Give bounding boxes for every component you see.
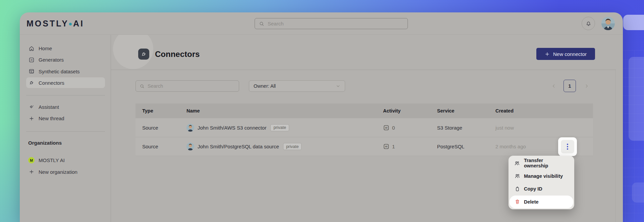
sparkle-icon: [28, 104, 35, 110]
org-badge-icon: M: [28, 157, 35, 163]
visibility-badge: private: [283, 143, 302, 150]
logo-word-1: MOSTLY: [26, 19, 69, 28]
background-window-fragment: [623, 15, 644, 30]
owner-avatar: [186, 124, 194, 132]
chevron-left-icon: [551, 83, 556, 89]
next-page-button[interactable]: [582, 82, 591, 90]
global-search[interactable]: [255, 18, 408, 29]
chevron-right-icon: [584, 83, 589, 89]
activity-count: 1: [392, 144, 395, 149]
chevron-down-icon: [336, 84, 340, 88]
users-icon: [514, 173, 520, 179]
sidebar-item-generators[interactable]: AI Generators: [26, 55, 105, 65]
row-service: S3 Storage: [430, 125, 489, 131]
table-search[interactable]: [136, 80, 239, 92]
owner-filter-dropdown[interactable]: Owner: All: [249, 80, 345, 92]
svg-text:AI: AI: [385, 145, 387, 148]
row-name-cell: John Smith/AWS S3 connector private: [186, 124, 376, 132]
app-window: MOSTLY AI: [20, 12, 623, 222]
row-activity: AI 1: [376, 143, 430, 150]
column-header-service: Service: [430, 108, 489, 114]
column-header-name: Name: [186, 108, 376, 114]
table-row[interactable]: Source John Smith/AWS S3 connector priva…: [136, 118, 593, 137]
logo-dot-icon: [69, 23, 72, 25]
trash-icon: [514, 199, 520, 205]
page-title: Connectors: [155, 49, 200, 60]
connectors-table: Type Name Activity Service Created Sourc…: [136, 103, 593, 156]
sidebar-item-org-mostly-ai[interactable]: M MOSTLY AI: [26, 155, 105, 166]
search-icon: [259, 21, 264, 26]
menu-item-label: Transfer ownership: [524, 158, 569, 168]
notifications-button[interactable]: [582, 17, 595, 30]
divider: [111, 70, 616, 70]
sidebar-item-label: New organization: [39, 169, 77, 175]
sidebar-item-home[interactable]: Home: [26, 43, 105, 54]
menu-item-label: Manage visibility: [524, 173, 563, 179]
sidebar-item-label: New thread: [39, 116, 64, 121]
organizations-heading: Organizations: [28, 137, 62, 148]
current-page-button[interactable]: 1: [564, 80, 576, 92]
sidebar-item-label: Home: [39, 46, 52, 51]
menu-item-transfer-ownership[interactable]: Transfer ownership: [509, 157, 573, 170]
column-header-type: Type: [136, 108, 186, 114]
connector-name: John Smith/AWS S3 connector: [198, 125, 266, 131]
screen: MOSTLY AI: [0, 0, 644, 222]
users-icon: [514, 160, 520, 166]
sidebar-item-connectors[interactable]: Connectors: [26, 77, 105, 88]
new-connector-button-label: New connector: [553, 51, 587, 57]
generators-icon: AI: [383, 143, 389, 150]
connectors-page-icon: [138, 49, 149, 60]
sidebar-item-label: Generators: [39, 57, 64, 63]
row-created: just now: [489, 125, 593, 131]
sidebar-item-label: Assistant: [39, 104, 59, 110]
clipboard-icon: [514, 186, 520, 192]
sidebar-item-assistant[interactable]: Assistant: [26, 102, 105, 113]
owner-avatar: [186, 143, 194, 150]
plus-icon: [28, 116, 35, 122]
activity-count: 0: [392, 125, 395, 131]
table-search-input[interactable]: [148, 83, 235, 89]
content-gutter-line: [615, 70, 616, 222]
row-created: 2 months ago: [489, 144, 593, 149]
main-content: Connectors New connector Owner: All: [111, 35, 623, 222]
svg-text:AI: AI: [385, 127, 387, 129]
background-window-fragment: [629, 57, 644, 141]
plus-icon: [545, 52, 550, 57]
row-actions-button[interactable]: [558, 137, 577, 156]
background-window-fragment: [632, 182, 644, 203]
sidebar-item-label: MOSTLY AI: [39, 157, 65, 163]
avatar-image: [601, 17, 615, 30]
generators-icon: AI: [28, 57, 35, 63]
table-row[interactable]: Source John Smith/PostgreSQL data source…: [136, 137, 593, 156]
sidebar-divider: [26, 95, 105, 95]
row-activity: AI 0: [376, 125, 430, 131]
kebab-icon: [561, 140, 574, 153]
bell-icon: [585, 20, 592, 27]
home-icon: [28, 46, 35, 52]
new-connector-button[interactable]: New connector: [536, 48, 595, 60]
table-header: Type Name Activity Service Created: [136, 103, 593, 118]
plug-icon: [28, 80, 35, 86]
menu-item-manage-visibility[interactable]: Manage visibility: [509, 170, 573, 183]
sidebar-item-new-thread[interactable]: New thread: [26, 113, 105, 124]
prev-page-button[interactable]: [549, 82, 558, 90]
menu-item-label: Delete: [524, 199, 539, 205]
user-avatar[interactable]: [601, 17, 615, 30]
sidebar-item-synthetic-datasets[interactable]: Synthetic datasets: [26, 66, 105, 77]
row-type: Source: [136, 125, 186, 131]
generators-icon: AI: [383, 125, 389, 131]
datasets-icon: [28, 68, 35, 74]
menu-item-copy-id[interactable]: Copy ID: [509, 182, 573, 196]
app-logo: MOSTLY AI: [26, 12, 84, 35]
row-service: PostgreSQL: [430, 144, 489, 149]
row-name-cell: John Smith/PostgreSQL data source privat…: [186, 143, 376, 150]
sidebar-item-label: Synthetic datasets: [39, 69, 80, 74]
topbar: MOSTLY AI: [20, 12, 623, 35]
connector-name: John Smith/PostgreSQL data source: [198, 144, 279, 149]
svg-text:AI: AI: [31, 59, 33, 61]
menu-item-delete[interactable]: Delete: [509, 196, 573, 209]
logo-word-2: AI: [73, 19, 84, 28]
visibility-badge: private: [270, 124, 289, 131]
sidebar-item-new-organization[interactable]: New organization: [26, 166, 105, 177]
global-search-input[interactable]: [268, 21, 404, 26]
